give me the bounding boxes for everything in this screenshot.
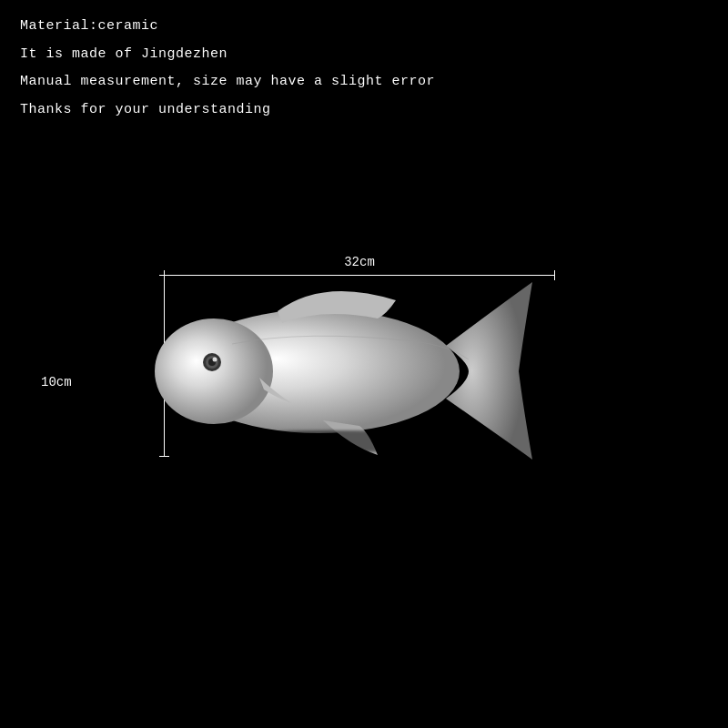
svg-point-1	[155, 318, 273, 424]
fish-svg	[141, 264, 587, 482]
info-section: Material:ceramic It is made of Jingdezhe…	[20, 16, 435, 120]
measurement-note-line: Manual measurement, size may have a slig…	[20, 72, 435, 93]
origin-line: It is made of Jingdezhen	[20, 45, 435, 66]
fish-illustration	[141, 264, 587, 482]
thanks-line: Thanks for your understanding	[20, 100, 435, 121]
svg-point-6	[187, 430, 478, 452]
material-line: Material:ceramic	[20, 16, 435, 37]
height-label: 10cm	[41, 375, 72, 389]
svg-point-5	[213, 358, 217, 362]
